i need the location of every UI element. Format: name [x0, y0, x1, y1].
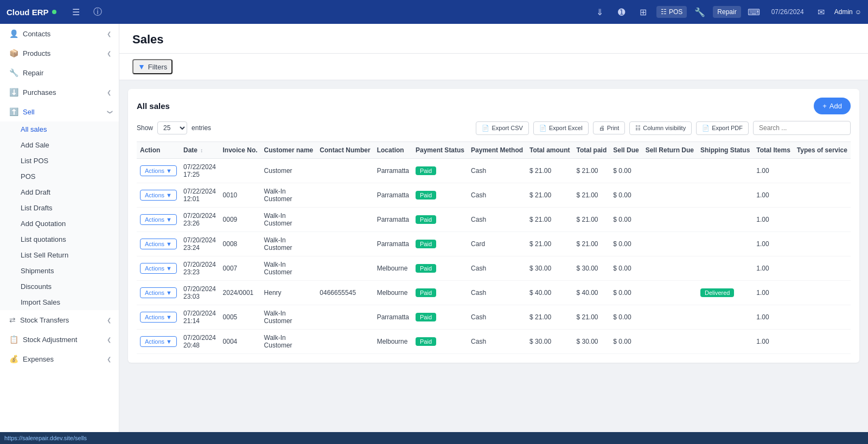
cell-date-4: 07/20/2024 23:23	[180, 256, 220, 281]
main-layout: 👤 Contacts ❮ 📦 Products ❮ 🔧 Repair ⬇️ Pu…	[0, 24, 868, 432]
sidebar-expenses-label: Expenses	[23, 355, 54, 363]
actions-button-7[interactable]: Actions ▼	[140, 336, 177, 347]
page-title: Sales	[132, 33, 855, 47]
export-pdf-button[interactable]: 📄 Export PDF	[696, 121, 749, 135]
sidebar-item-purchases[interactable]: ⬇️ Purchases ❮	[0, 82, 119, 102]
sidebar-subitem-list-drafts[interactable]: List Drafts	[0, 200, 119, 216]
sidebar-subitem-add-sale[interactable]: Add Sale	[0, 137, 119, 153]
cell-sell-due-6: $ 0.00	[610, 305, 642, 330]
sidebar-item-contacts[interactable]: 👤 Contacts ❮	[0, 24, 119, 43]
table-row: Actions ▼ 07/22/2024 12:01 0010 Walk-In …	[137, 183, 851, 208]
circle-plus-icon[interactable]: ➊	[613, 3, 630, 21]
sidebar-subitem-all-sales[interactable]: All sales	[0, 121, 119, 137]
cell-total-amount-6: $ 21.00	[526, 305, 573, 330]
download-icon[interactable]: ⇓	[591, 3, 609, 21]
cell-invoice-2: 0009	[220, 208, 261, 232]
add-button[interactable]: + Add	[814, 98, 851, 114]
bell-icon[interactable]: ✉	[813, 3, 830, 21]
cell-sell-return-due-4	[642, 256, 697, 281]
purchases-chevron: ❮	[107, 89, 111, 95]
sidebar-item-stock-transfers[interactable]: ⇄ Stock Transfers ❮	[0, 310, 119, 330]
brand-logo[interactable]: Cloud ERP	[7, 8, 56, 17]
contacts-chevron: ❮	[107, 31, 111, 37]
actions-button-6[interactable]: Actions ▼	[140, 312, 177, 323]
cell-location-5: Melbourne	[374, 281, 412, 305]
cell-total-paid-5: $ 40.00	[573, 281, 610, 305]
cell-total-items-5: 1.00	[753, 281, 793, 305]
actions-button-4[interactable]: Actions ▼	[140, 263, 177, 274]
entries-select[interactable]: 25 50 100	[157, 121, 187, 134]
cell-total-amount-7: $ 30.00	[526, 330, 573, 354]
cell-shipping-status-3	[697, 232, 753, 256]
actions-chevron-4: ▼	[166, 265, 172, 272]
sidebar-subitem-import-sales[interactable]: Import Sales	[0, 294, 119, 310]
sidebar-purchases-label: Purchases	[23, 88, 56, 96]
sidebar-item-repair[interactable]: 🔧 Repair	[0, 63, 119, 82]
sidebar-subitem-shipments[interactable]: Shipments	[0, 263, 119, 279]
stock-transfers-chevron: ❮	[107, 317, 111, 323]
sidebar-item-products[interactable]: 📦 Products ❮	[0, 43, 119, 63]
pos-button[interactable]: ☷ POS	[656, 6, 687, 18]
filters-button[interactable]: ▼ Filters	[132, 59, 173, 74]
cell-total-amount-4: $ 30.00	[526, 256, 573, 281]
sidebar-subitem-list-pos[interactable]: List POS	[0, 153, 119, 169]
sidebar-item-sell[interactable]: ⬆️ Sell ❮	[0, 102, 119, 121]
cell-payment-status-2: Paid	[412, 208, 468, 232]
sidebar-subitem-pos[interactable]: POS	[0, 169, 119, 184]
cell-location-1: Parramatta	[374, 183, 412, 208]
table-row: Actions ▼ 07/20/2024 23:23 0007 Walk-In …	[137, 256, 851, 281]
admin-menu[interactable]: Admin ☺	[834, 8, 861, 16]
column-visibility-button[interactable]: ☷ Column visibility	[629, 121, 692, 135]
actions-button-1[interactable]: Actions ▼	[140, 190, 177, 201]
actions-button-3[interactable]: Actions ▼	[140, 239, 177, 249]
cell-shipping-status-2	[697, 208, 753, 232]
cell-customer-7: Walk-In Customer	[261, 330, 317, 354]
cell-payment-status-3: Paid	[412, 232, 468, 256]
actions-button-0[interactable]: Actions ▼	[140, 165, 177, 176]
actions-button-5[interactable]: Actions ▼	[140, 287, 177, 298]
export-csv-button[interactable]: 📄 Export CSV	[476, 121, 528, 135]
cell-customer-5: Henry	[261, 281, 317, 305]
col-shipping-status: Shipping Status	[697, 142, 753, 159]
col-payment-status: Payment Status	[412, 142, 468, 159]
cell-action-3: Actions ▼	[137, 232, 180, 256]
cell-types-service-0	[794, 159, 851, 183]
cell-total-paid-0: $ 21.00	[573, 159, 610, 183]
brand-name: Cloud ERP	[7, 8, 49, 17]
cell-sell-return-due-0	[642, 159, 697, 183]
brand-status-dot	[52, 10, 56, 14]
monitor-icon[interactable]: ⌨	[745, 3, 763, 21]
repair-button[interactable]: Repair	[713, 6, 741, 18]
sidebar-subitem-add-draft[interactable]: Add Draft	[0, 184, 119, 200]
sidebar-subitem-discounts[interactable]: Discounts	[0, 279, 119, 294]
info-icon[interactable]: ⓘ	[89, 3, 106, 21]
repair-icon: 🔧	[9, 68, 18, 77]
top-navigation: Cloud ERP ☰ ⓘ ⇓ ➊ ⊞ ☷ POS 🔧 Repair ⌨ 07/…	[0, 0, 868, 24]
wrench-icon[interactable]: 🔧	[691, 3, 709, 21]
date-sort-icon[interactable]: ↕	[200, 147, 203, 153]
cell-invoice-1: 0010	[220, 183, 261, 208]
cell-payment-method-0: Cash	[468, 159, 526, 183]
products-icon: 📦	[9, 49, 18, 57]
sidebar-subitem-list-sell-return[interactable]: List Sell Return	[0, 247, 119, 263]
col-types-of-service: Types of service	[794, 142, 851, 159]
cell-customer-0: Customer	[261, 159, 317, 183]
add-icon: +	[822, 102, 827, 110]
search-input[interactable]	[753, 121, 851, 135]
grid-icon[interactable]: ⊞	[635, 3, 652, 21]
cell-types-service-6	[794, 305, 851, 330]
sidebar-toggle-icon[interactable]: ☰	[67, 3, 85, 21]
actions-button-2[interactable]: Actions ▼	[140, 214, 177, 225]
cell-customer-1: Walk-In Customer	[261, 183, 317, 208]
add-label: Add	[829, 102, 842, 110]
cell-customer-4: Walk-In Customer	[261, 256, 317, 281]
print-button[interactable]: 🖨 Print	[593, 121, 626, 134]
paid-badge-2: Paid	[416, 215, 436, 224]
sidebar-item-expenses[interactable]: 💰 Expenses ❮	[0, 349, 119, 369]
sidebar-item-stock-adjustment[interactable]: 📋 Stock Adjustment ❮	[0, 330, 119, 349]
sidebar-subitem-list-quotations[interactable]: List quotations	[0, 231, 119, 247]
cell-shipping-status-1	[697, 183, 753, 208]
export-excel-button[interactable]: 📄 Export Excel	[533, 121, 589, 135]
sidebar-subitem-add-quotation[interactable]: Add Quotation	[0, 216, 119, 231]
paid-badge-6: Paid	[416, 313, 436, 321]
